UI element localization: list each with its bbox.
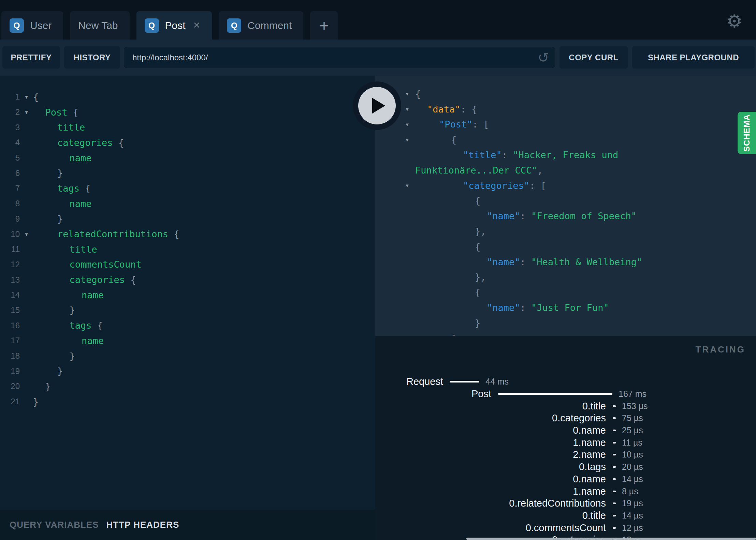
tab-label: Comment	[247, 20, 292, 31]
tracing-row-label: 0.title	[375, 510, 606, 521]
line-number: 20	[0, 381, 20, 391]
fold-arrow-icon[interactable]: ▾	[20, 230, 33, 238]
line-number: 4	[0, 138, 20, 147]
editor-line[interactable]: 6}	[0, 165, 375, 181]
code-text: }	[33, 381, 51, 392]
tracing-row-value: 167 ms	[619, 389, 646, 399]
tracing-rows: Request44 msPost167 ms0.title153 µs0.cat…	[375, 376, 756, 540]
schema-side-tab[interactable]: SCHEMA	[738, 112, 756, 154]
tab-new-tab[interactable]: New Tab	[70, 11, 129, 40]
duration-dash	[613, 417, 616, 419]
tab-comment[interactable]: QComment	[219, 11, 303, 40]
duration-dash	[613, 442, 616, 444]
editor-line[interactable]: 12commentsCount	[0, 257, 375, 272]
tracing-row-label: 0.name	[375, 425, 606, 436]
tracing-row: 2.name10 µs	[375, 449, 756, 461]
fold-arrow-icon[interactable]: ▾	[20, 108, 33, 116]
tracing-row-label: 1.name	[375, 486, 606, 497]
tracing-row: 0.categories75 µs	[375, 412, 756, 424]
code-text: {	[33, 92, 39, 102]
editor-line[interactable]: 14name	[0, 287, 375, 303]
duration-dash	[613, 502, 616, 504]
code-text: }	[33, 213, 63, 224]
http-headers-tab[interactable]: HTTP HEADERS	[106, 520, 179, 530]
response-text: "name": "Health & Wellbeing"	[409, 257, 642, 267]
response-text: {	[409, 89, 421, 99]
code-text: name	[33, 290, 104, 300]
tracing-panel: TRACING Request44 msPost167 ms0.title153…	[375, 336, 756, 540]
endpoint-url-input[interactable]: http://localhost:4000/	[132, 53, 538, 62]
fold-arrow-icon[interactable]: ▾	[20, 93, 33, 101]
editor-line[interactable]: 7tags {	[0, 181, 375, 196]
editor-footer-bar: QUERY VARIABLES HTTP HEADERS	[0, 510, 375, 540]
tracing-row-value: 11 µs	[622, 438, 642, 448]
editor-line[interactable]: 13categories {	[0, 272, 375, 287]
history-button[interactable]: HISTORY	[64, 46, 120, 69]
response-line: ▾{	[375, 86, 756, 102]
editor-line[interactable]: 21}	[0, 394, 375, 409]
prettify-button[interactable]: PRETTIFY	[2, 46, 60, 69]
code-text: }	[33, 366, 63, 376]
tracing-row: 0.relatedContributions19 µs	[375, 497, 756, 510]
line-number: 18	[0, 351, 20, 361]
editor-line[interactable]: 17name	[0, 333, 375, 348]
tracing-row-value: 8 µs	[622, 486, 638, 496]
response-line: {	[375, 239, 756, 254]
response-text: {	[409, 195, 480, 206]
editor-line[interactable]: 11title	[0, 242, 375, 257]
response-line: ▾{	[375, 132, 756, 147]
tab-label: Post	[165, 20, 186, 31]
code-text: commentsCount	[33, 259, 142, 270]
editor-line[interactable]: 8name	[0, 196, 375, 211]
share-playground-button[interactable]: SHARE PLAYGROUND	[632, 46, 755, 69]
query-editor-pane[interactable]: 1▾{2▾Post {3title4categories {5name6}7ta…	[0, 76, 375, 510]
code-text: categories {	[33, 274, 136, 285]
query-badge: Q	[10, 18, 24, 33]
editor-line[interactable]: 1▾{	[0, 89, 375, 105]
editor-line[interactable]: 16tags {	[0, 318, 375, 333]
query-code[interactable]: 1▾{2▾Post {3title4categories {5name6}7ta…	[0, 76, 375, 409]
code-text: name	[33, 153, 92, 163]
settings-gear-icon[interactable]: ⚙	[726, 12, 742, 30]
code-text: tags {	[33, 183, 91, 194]
code-text: }	[33, 305, 75, 315]
tracing-row: 1.name11 µs	[375, 436, 756, 449]
line-number: 21	[0, 397, 20, 406]
editor-line[interactable]: 19}	[0, 363, 375, 379]
reload-schema-icon[interactable]: ↻	[538, 51, 549, 64]
tab-post[interactable]: QPost✕	[136, 11, 212, 40]
execute-query-button[interactable]	[353, 81, 401, 130]
tracing-row-value: 14 µs	[622, 474, 643, 484]
duration-dash	[613, 466, 616, 468]
line-number: 13	[0, 275, 20, 285]
editor-line[interactable]: 9}	[0, 211, 375, 227]
code-text: name	[33, 335, 104, 346]
editor-line[interactable]: 2▾Post {	[0, 105, 375, 120]
line-number: 19	[0, 366, 20, 376]
editor-line[interactable]: 4categories {	[0, 135, 375, 150]
new-tab-button[interactable]: +	[310, 11, 338, 40]
response-text: Funktionäre...Der CCC",	[409, 165, 543, 176]
duration-dash	[613, 454, 616, 455]
copy-curl-button[interactable]: COPY CURL	[559, 46, 628, 69]
editor-line[interactable]: 18}	[0, 348, 375, 364]
endpoint-url-bar[interactable]: http://localhost:4000/ ↻	[124, 47, 555, 68]
editor-line[interactable]: 3title	[0, 120, 375, 135]
tracing-row-label: 0.name	[375, 474, 606, 485]
horizontal-scrollbar[interactable]	[466, 538, 756, 540]
query-variables-tab[interactable]: QUERY VARIABLES	[10, 520, 99, 530]
response-line: },	[375, 270, 756, 285]
tracing-row-value: 20 µs	[622, 462, 643, 472]
fold-arrow-icon[interactable]: ▾	[375, 136, 409, 144]
tab-user[interactable]: QUser	[1, 11, 63, 40]
editor-line[interactable]: 20}	[0, 379, 375, 394]
editor-line[interactable]: 5name	[0, 150, 375, 166]
graphql-playground-window: QUserNew TabQPost✕QComment+ ⚙ PRETTIFY H…	[0, 0, 756, 540]
close-tab-icon[interactable]: ✕	[193, 20, 201, 31]
fold-arrow-icon[interactable]: ▾	[375, 181, 409, 190]
editor-line[interactable]: 10▾relatedContributions {	[0, 226, 375, 242]
line-number: 17	[0, 336, 20, 345]
code-text: title	[33, 122, 85, 133]
editor-line[interactable]: 15}	[0, 303, 375, 318]
line-number: 7	[0, 183, 20, 193]
